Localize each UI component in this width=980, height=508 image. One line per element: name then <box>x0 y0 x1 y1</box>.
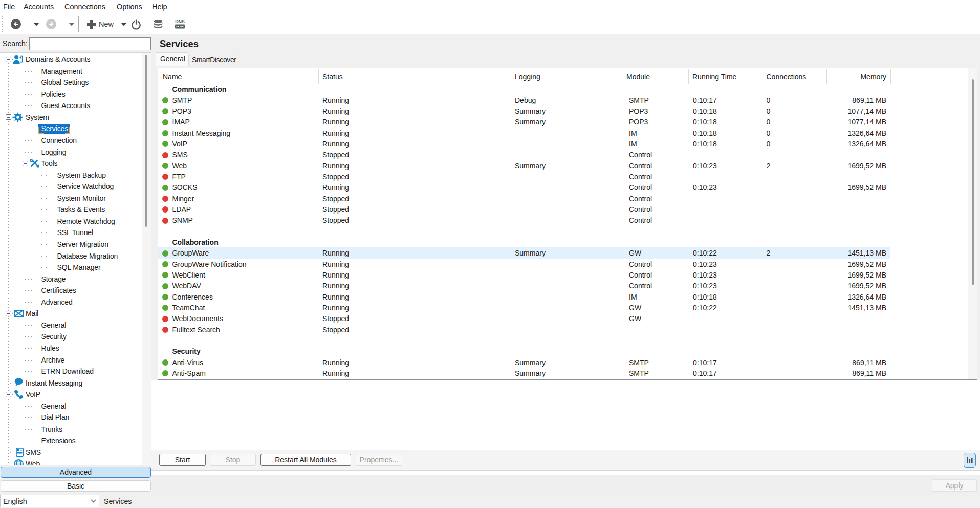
svg-text:DNS: DNS <box>175 19 185 24</box>
